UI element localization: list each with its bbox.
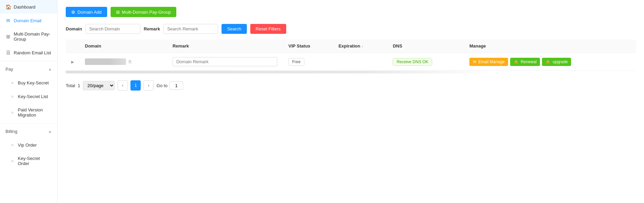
- sidebar-item-key-secret-list[interactable]: ○ Key-Secret List: [0, 90, 57, 103]
- expiration-column-header: Expiration ↕: [333, 39, 388, 53]
- total-label: Total: [66, 83, 75, 88]
- sidebar-item-label: Paid Version Migration: [18, 107, 52, 118]
- sidebar-item-label: Multi-Domain Pay-Group: [14, 31, 52, 42]
- domain-filter-label: Domain: [66, 26, 82, 31]
- total-count: 1: [78, 83, 80, 88]
- next-page-button[interactable]: ›: [143, 80, 154, 91]
- manage-column-header: Manage: [464, 39, 636, 53]
- sidebar-item-domain-email[interactable]: ✉ Domain Email: [0, 14, 57, 27]
- domain-cell: ████████████ ⎘: [79, 53, 167, 71]
- goto-input[interactable]: [169, 81, 183, 90]
- migration-icon: ○: [10, 110, 15, 115]
- sidebar-item-label: Pay: [5, 67, 13, 72]
- grid-icon: ⊞: [116, 10, 120, 15]
- table-row: ▶ ████████████ ⎘ Free: [66, 53, 636, 71]
- expiration-cell: [333, 53, 388, 71]
- upgrade-icon: 🔒: [545, 59, 551, 64]
- domain-add-button[interactable]: ⊕ Domain Add: [66, 7, 107, 17]
- reset-filters-button[interactable]: Reset Filters: [250, 24, 286, 34]
- sidebar-item-pay[interactable]: Pay ▲: [0, 63, 57, 76]
- multi-domain-icon: ⊞: [5, 34, 11, 39]
- sidebar-item-vip-order[interactable]: ○ Vip Order: [0, 138, 57, 152]
- goto-container: Go to: [156, 81, 183, 90]
- main-content: ⊕ Domain Add ⊞ Multi-Domain Pay-Group Do…: [58, 0, 644, 203]
- remark-column-header: Remark: [167, 39, 283, 53]
- sidebar-item-paid-version-migration[interactable]: ○ Paid Version Migration: [0, 103, 57, 122]
- remark-filter-label: Remark: [144, 26, 160, 31]
- search-button-label: Search: [227, 26, 241, 31]
- sidebar-item-random-email[interactable]: ☰ Random Email List: [0, 46, 57, 59]
- table-container: Domain Remark VIP Status Expiration ↕ DN…: [66, 39, 636, 71]
- pagination-total: Total 1: [66, 83, 80, 88]
- sidebar-item-key-secret-order[interactable]: ○ Key-Secret Order: [0, 152, 57, 170]
- reset-filters-label: Reset Filters: [256, 26, 281, 31]
- manage-cell: ✉ Email Manage 🔒 Renewal 🔒 upgrade: [464, 53, 636, 71]
- per-page-select[interactable]: 20/page 50/page 100/page: [83, 81, 115, 90]
- upgrade-button[interactable]: 🔒 upgrade: [542, 58, 571, 66]
- domain-search-input[interactable]: [86, 24, 140, 34]
- domain-add-label: Domain Add: [77, 10, 102, 15]
- renewal-label: Renewal: [521, 59, 537, 64]
- sidebar: 🏠 Dashboard ✉ Domain Email ⊞ Multi-Domai…: [0, 0, 58, 203]
- filter-row: Domain Remark Search Reset Filters: [66, 24, 636, 34]
- dns-column-header: DNS: [387, 39, 464, 53]
- sidebar-item-dashboard[interactable]: 🏠 Dashboard: [0, 0, 57, 14]
- row-expand-cell: ▶: [66, 53, 79, 71]
- sidebar-item-buy-key-secret[interactable]: ○ Buy Key-Secret: [0, 76, 57, 90]
- dns-cell: Receive DNS OK: [387, 53, 464, 71]
- dashboard-icon: 🏠: [5, 4, 11, 10]
- sidebar-item-billing[interactable]: Billing ▲: [0, 125, 57, 138]
- divider-2: [0, 123, 57, 123]
- goto-label: Go to: [156, 83, 167, 88]
- key-secret-list-icon: ○: [10, 94, 15, 99]
- chevron-up-icon-billing: ▲: [48, 130, 52, 133]
- buy-key-icon: ○: [10, 80, 15, 85]
- vip-status-column-header: VIP Status: [283, 39, 333, 53]
- prev-page-button[interactable]: ‹: [117, 80, 128, 91]
- renewal-button[interactable]: 🔒 Renewal: [510, 58, 540, 66]
- domain-remark-input[interactable]: [173, 57, 277, 66]
- sidebar-item-label: Vip Order: [18, 143, 37, 148]
- sort-icon: ↕: [362, 44, 363, 48]
- scroll-bar-indicator: [66, 71, 493, 73]
- sidebar-item-label: Domain Email: [14, 18, 41, 23]
- pagination: Total 1 20/page 50/page 100/page ‹ 1 › G…: [66, 80, 636, 91]
- sidebar-item-label: Key-Secret Order: [18, 156, 52, 166]
- page-1-button[interactable]: 1: [130, 80, 141, 91]
- random-email-icon: ☰: [5, 50, 11, 55]
- renewal-icon: 🔒: [514, 59, 519, 64]
- domain-value: ████████████: [85, 58, 126, 65]
- sidebar-item-multi-domain[interactable]: ⊞ Multi-Domain Pay-Group: [0, 27, 57, 46]
- expand-row-icon[interactable]: ▶: [71, 60, 74, 64]
- copy-icon[interactable]: ⎘: [129, 59, 131, 64]
- current-page-label: 1: [135, 83, 137, 88]
- plus-circle-icon: ⊕: [71, 9, 75, 15]
- sidebar-item-label: Random Email List: [14, 50, 51, 55]
- sidebar-item-label: Key-Secret List: [18, 94, 48, 99]
- table-header: Domain Remark VIP Status Expiration ↕ DN…: [66, 39, 636, 53]
- vip-order-icon: ○: [10, 142, 15, 148]
- expand-column: [66, 39, 79, 53]
- dns-status-badge: Receive DNS OK: [393, 58, 432, 66]
- multi-domain-pay-group-button[interactable]: ⊞ Multi-Domain Pay-Group: [111, 7, 176, 17]
- domain-email-icon: ✉: [5, 18, 11, 23]
- email-manage-button[interactable]: ✉ Email Manage: [469, 58, 508, 66]
- chevron-up-icon: ▲: [48, 67, 52, 71]
- domain-table: Domain Remark VIP Status Expiration ↕ DN…: [66, 39, 636, 71]
- upgrade-label: upgrade: [553, 59, 568, 64]
- key-secret-order-icon: ○: [10, 158, 15, 164]
- search-button[interactable]: Search: [222, 24, 247, 34]
- remark-search-input[interactable]: [163, 24, 218, 34]
- sidebar-item-label: Dashboard: [14, 4, 36, 10]
- email-icon: ✉: [473, 59, 476, 64]
- remark-cell: [167, 53, 283, 71]
- multi-domain-label: Multi-Domain Pay-Group: [122, 10, 171, 15]
- email-manage-label: Email Manage: [478, 59, 505, 64]
- table-body: ▶ ████████████ ⎘ Free: [66, 53, 636, 71]
- domain-column-header: Domain: [79, 39, 167, 53]
- sidebar-item-label: Buy Key-Secret: [18, 80, 49, 85]
- sidebar-item-label: Billing: [5, 129, 17, 134]
- divider-1: [0, 61, 57, 61]
- action-bar: ⊕ Domain Add ⊞ Multi-Domain Pay-Group: [66, 7, 636, 17]
- vip-status-cell: Free: [283, 53, 333, 71]
